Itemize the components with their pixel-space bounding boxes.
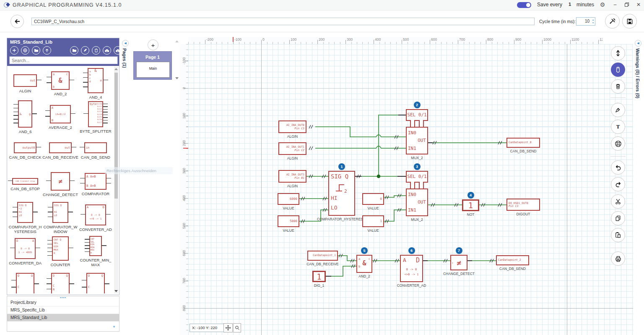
cloud-upload-button[interactable] — [103, 46, 111, 55]
schematic-block-CHANGE_DETECT[interactable]: ›≠ — [450, 255, 467, 270]
text-tool-button[interactable]: T — [611, 120, 625, 134]
schematic-block-MUX_2[interactable]: SEL 0/1 IN0IN1OUT — [406, 109, 428, 154]
pan-tool-button[interactable] — [611, 63, 625, 77]
undo-button[interactable] — [611, 160, 625, 175]
library-item-CAN_DB_CHECK[interactable]: output0CAN_DB_CHECK — [8, 134, 42, 168]
wire[interactable] — [315, 146, 406, 148]
pages-scroll-down-icon[interactable] — [175, 77, 179, 79]
cycle-down-icon[interactable]: ▼ — [592, 22, 594, 24]
library-item-BYTE_SPLITTER[interactable]: bytebit0 bit1 bit2 bit3 bit4 bit5 bit6 b… — [78, 100, 113, 134]
zoom-mode-button[interactable] — [233, 323, 241, 332]
library-item-COMPARATOR_HYSTERESIS[interactable]: SIG Q ⌐2 HI LOCOMPARATOR_H YSTERESIS — [8, 201, 42, 235]
close-button[interactable]: ✕ — [635, 1, 642, 8]
print-button[interactable] — [611, 251, 625, 266]
schematic-block-CAN_DB_SEND[interactable]: CanDatapoint_0 — [506, 138, 540, 148]
library-item-AVERAGE_2[interactable]: A(A+B)/2BAVERAGE_2 — [42, 100, 78, 134]
delete-library-button[interactable] — [92, 46, 100, 55]
pen-tool-button[interactable] — [611, 103, 625, 117]
block-label: AND_2 — [331, 274, 398, 278]
library-item-AND_6[interactable]: &gAND_6 — [8, 100, 42, 134]
pages-collapse-button[interactable]: ◀ — [122, 40, 129, 47]
library-tab-ProjectLibrary[interactable]: ProjectLibrary — [7, 299, 119, 306]
pages-scroll-up-icon[interactable] — [175, 40, 179, 42]
back-button[interactable] — [10, 15, 24, 28]
schematic-block-CAN_DB_SEND[interactable]: CanDatapoint_2 — [496, 255, 529, 265]
new-folder-button[interactable] — [70, 46, 78, 55]
redo-button[interactable] — [611, 177, 625, 191]
copy-button[interactable] — [611, 211, 625, 225]
minimize-button[interactable]: – — [611, 1, 619, 8]
pen-icon — [614, 106, 622, 114]
cut-button[interactable] — [611, 194, 625, 209]
schematic-canvas[interactable]: AI_INA_OUT0Pin C3ALGINAI_INA_OUT1Pin C2A… — [188, 44, 636, 335]
wire[interactable] — [379, 115, 398, 176]
schematic-block-VALUE[interactable]: 6000 — [278, 193, 299, 205]
restore-button[interactable] — [623, 1, 631, 8]
cloud-download-button[interactable] — [114, 46, 122, 55]
library-item-CONVERTER_DA[interactable]: DA0 -> 0 1 -> 4095CONVERTER_DA — [8, 235, 42, 268]
library-item-CONVERTER_AD[interactable]: AD0 -> 0 <>0 -> 1CONVERTER_AD — [78, 201, 113, 235]
schematic-block-DIG_1[interactable]: 1 — [312, 271, 326, 282]
cycle-time-stepper[interactable]: 10 ▲ ▼ — [576, 17, 595, 26]
schematic-block-CAN_DB_RECEIVE[interactable]: CanDatapoint_1 — [307, 251, 338, 261]
save-button[interactable] — [622, 14, 637, 29]
library-search-input[interactable] — [9, 56, 118, 64]
schematic-block-MUX_2[interactable]: SEL 0/1 IN0IN1OUT — [406, 171, 428, 216]
library-tab-MRS_Specific_Lib[interactable]: MRS_Specific_Lib — [7, 306, 119, 314]
library-tab-MRS_Standard_Lib[interactable]: MRS_Standard_Lib — [7, 314, 119, 322]
library-item[interactable]: DQC R — [42, 268, 78, 293]
add-component-button[interactable] — [10, 46, 18, 55]
settings-gear-icon[interactable]: ⚙ — [599, 1, 606, 8]
library-item-CAN_DB_SEND[interactable]: inCAN_DB_SEND — [78, 134, 113, 168]
scroll-down-icon[interactable] — [114, 290, 118, 292]
schematic-block-DIGOUT[interactable]: DO_HSD1_OUT0Pin C3 — [506, 199, 540, 211]
pan-mode-button[interactable] — [223, 323, 233, 332]
wire[interactable] — [384, 196, 406, 197]
schematic-block-NOT[interactable]: 1 — [462, 199, 479, 211]
titlebar: GRAPHICAL PROGRAMMING V4.15.1.0 Save eve… — [0, 0, 644, 10]
edit-library-button[interactable] — [81, 46, 89, 55]
save-every-value[interactable]: 1 — [569, 2, 571, 7]
tools-button[interactable] — [605, 14, 620, 29]
library-item-COUNTER_MIN_MAX[interactable]: CNT SEL DIR MIN MAX RCOUNTER_MIN_ MAX — [78, 235, 113, 268]
scrollbar-thumb[interactable] — [114, 73, 118, 199]
library-item-CHANGE_DETECT[interactable]: ≠CHANGE_DETECT — [42, 168, 78, 201]
library-item-AND_2[interactable]: ab&cAND_2 — [42, 67, 78, 100]
schematic-block-AND_2[interactable]: ab&c — [356, 255, 372, 273]
component-icon: bytebit0 bit1 bit2 bit3 bit4 bit5 bit6 b… — [88, 101, 103, 127]
filename-input[interactable] — [31, 18, 535, 25]
cycle-up-icon[interactable]: ▲ — [592, 19, 594, 21]
paste-button[interactable] — [611, 228, 625, 242]
library-scrollbar[interactable] — [114, 67, 118, 293]
select-tool-button[interactable] — [611, 46, 625, 60]
wire[interactable] — [315, 127, 406, 137]
import-package-button[interactable] — [21, 46, 29, 55]
cycle-time-value[interactable]: 10 — [585, 19, 589, 24]
library-item-COUNTER[interactable]: CNT Q SEL DIR MAX RCOUNTER — [42, 235, 78, 268]
page-card[interactable]: Page 1 Main — [133, 51, 172, 80]
library-item-AND_4[interactable]: a b c d&eAND_4 — [78, 67, 113, 100]
open-library-button[interactable] — [32, 46, 40, 55]
library-item[interactable]: DQC — [8, 268, 42, 293]
library-item-CAN_DB_STOP[interactable]: CAN transmit stopCAN_DB_STOP — [8, 168, 42, 201]
upload-library-button[interactable] — [43, 46, 51, 55]
schematic-block-VALUE[interactable]: 0 — [362, 193, 384, 205]
autosave-toggle[interactable] — [517, 2, 531, 8]
add-page-button[interactable]: + — [148, 39, 158, 50]
library-item-CAN_DB_RECEIVE[interactable]: outCAN_DB_RECEIVE — [42, 134, 78, 168]
library-item[interactable]: DQC — [78, 268, 113, 293]
schematic-block-ALGIN[interactable]: AI_INA_OUT1Pin C2 — [278, 142, 306, 155]
library-dropdown-icon[interactable]: ▼ — [112, 325, 116, 329]
scroll-up-icon[interactable] — [114, 68, 118, 70]
schematic-block-VALUE[interactable]: 5000 — [278, 215, 299, 227]
schematic-block-ALGIN[interactable]: AI_INA_OUT3Pin B1 — [278, 170, 306, 183]
schematic-block-ALGIN[interactable]: AI_INA_OUT0Pin C3 — [278, 120, 306, 133]
toolbar-divider — [610, 156, 626, 157]
grid-toggle-button[interactable] — [611, 136, 625, 151]
library-item-COMPARATOR_WINDOW[interactable]: SIG Q HI LOCOMPARATOR_W INDOW — [42, 201, 78, 235]
warnings-collapse-button[interactable]: ◀ — [635, 40, 641, 47]
delete-tool-button[interactable] — [611, 79, 625, 94]
schematic-block-VALUE[interactable]: 1 — [362, 215, 384, 227]
library-item-ALGIN[interactable]: outALGIN — [8, 67, 42, 100]
schematic-block-CONVERTER_AD[interactable]: AD0 -> 0<>0 -> 1 — [400, 255, 423, 282]
